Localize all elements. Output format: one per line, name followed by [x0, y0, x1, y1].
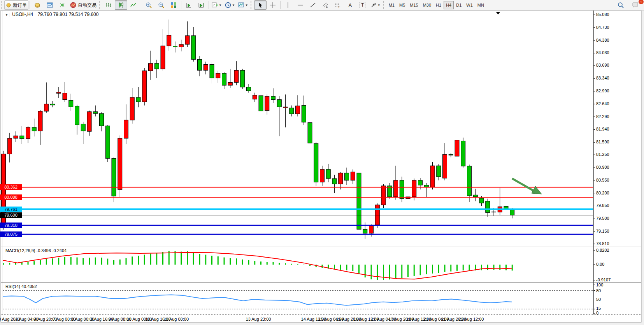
search-button[interactable]	[614, 0, 627, 10]
notification-badge: 1	[639, 0, 644, 4]
price-line-tag: 79.075	[0, 231, 22, 237]
crosshair-icon	[270, 2, 276, 8]
toolbar-separator	[280, 1, 281, 9]
main-toolbar: 新订单 自动交易	[0, 0, 644, 11]
rsi-axis-tick: 50	[596, 297, 601, 302]
equidistant-channel-button[interactable]: E	[319, 0, 332, 10]
bar-chart-button[interactable]	[102, 0, 115, 10]
cursor-button[interactable]	[254, 0, 267, 10]
text-label-button[interactable]: T	[356, 0, 369, 10]
chart-collapse-icon[interactable]: ▼	[4, 13, 9, 17]
auto-trading-icon	[70, 2, 76, 8]
toolbar-right-tools: 1	[614, 0, 642, 10]
horizontal-line-button[interactable]	[294, 0, 307, 10]
new-order-label: 新订单	[13, 2, 27, 9]
new-order-button[interactable]: 新订单	[4, 0, 28, 10]
price-axis-tick: 80.200	[596, 191, 609, 195]
dropdown-caret-icon: ▼	[232, 4, 235, 7]
templates-icon	[238, 2, 244, 8]
market-watch-button[interactable]	[31, 0, 44, 10]
notifications-button[interactable]: 1	[629, 0, 642, 10]
price-axis-tick: 81.940	[596, 127, 609, 131]
toolbar-separator	[181, 1, 181, 9]
price-line-tag: 79.318	[0, 223, 22, 228]
dropdown-caret-icon: ▼	[219, 4, 222, 7]
timeframe-button-h4[interactable]: H4	[444, 1, 454, 9]
price-line-tag: 79.600	[0, 212, 22, 218]
tile-windows-button[interactable]	[167, 0, 180, 10]
text-tool-button[interactable]: A	[344, 0, 356, 10]
timeframe-button-mn[interactable]: MN	[475, 1, 486, 9]
timeframe-button-h1[interactable]: H1	[433, 1, 444, 9]
arrows-button[interactable]: ▼	[369, 0, 382, 10]
price-axis-tick: 84.380	[596, 38, 609, 42]
chat-bubble-icon	[632, 2, 639, 8]
timeframe-button-m5[interactable]: M5	[397, 1, 407, 9]
vertical-line-button[interactable]	[282, 0, 294, 10]
price-axis-tick: 80.550	[596, 178, 609, 182]
timeframe-button-m15[interactable]: M15	[407, 1, 420, 9]
price-axis-tick: 82.640	[596, 101, 609, 106]
toolbar-separator	[209, 1, 209, 9]
bar-chart-icon	[105, 2, 112, 8]
macd-axis-tick: 0.8202	[596, 248, 609, 253]
chart-window-button[interactable]	[44, 0, 56, 10]
add-indicator-button[interactable]: ▼	[210, 0, 223, 10]
dropdown-caret-icon: ▼	[245, 4, 248, 7]
auto-scroll-button[interactable]	[182, 0, 195, 10]
toolbar-grip	[383, 1, 386, 9]
svg-text:E: E	[326, 5, 328, 8]
vertical-line-icon	[285, 2, 291, 8]
rsi-axis-tick: 100	[596, 283, 603, 287]
candlestick-button[interactable]	[115, 0, 127, 10]
periods-button[interactable]: ▼	[223, 0, 237, 10]
price-axis-tick: 81.250	[596, 152, 609, 157]
new-order-icon	[6, 2, 11, 8]
price-axis-tick: 80.900	[596, 165, 609, 170]
date-axis-label: 13 Aug 23:00	[246, 317, 271, 321]
chart-shift-icon	[198, 2, 204, 8]
price-axis-tick: 79.500	[596, 216, 609, 221]
timeframe-button-w1[interactable]: W1	[464, 1, 475, 9]
timeframe-button-d1[interactable]: D1	[454, 1, 464, 9]
equidistant-channel-icon: E	[322, 2, 328, 8]
text-label-icon: T	[360, 2, 365, 8]
chart-symbol-period: USOil-,H4	[12, 12, 33, 17]
rsi-indicator-label: RSI(14) 40.4352	[5, 284, 37, 289]
chart-area[interactable]: ▼ USOil-,H4 79.760 79.801 79.514 79.600 …	[0, 10, 644, 325]
add-indicator-icon	[212, 2, 218, 8]
chart-shift-button[interactable]	[195, 0, 207, 10]
signal-button[interactable]	[56, 0, 68, 10]
horizontal-line-icon	[297, 2, 304, 8]
chart-ohlc-values: 79.760 79.801 79.514 79.600	[38, 12, 99, 17]
zoom-in-icon	[146, 2, 152, 8]
zoom-in-button[interactable]	[142, 0, 155, 10]
toolbar-separator	[30, 1, 30, 9]
tile-windows-icon	[170, 2, 177, 8]
chart-title: ▼ USOil-,H4 79.760 79.801 79.514 79.600	[4, 12, 98, 17]
auto-trading-button[interactable]: 自动交易	[68, 0, 98, 10]
timeframe-group: M1M5M15M30H1H4D1W1MN	[386, 1, 486, 9]
templates-button[interactable]: ▼	[237, 0, 250, 10]
timeframe-button-m1[interactable]: M1	[386, 1, 397, 9]
text-tool-icon: A	[348, 2, 352, 8]
svg-text:F: F	[339, 5, 340, 8]
trendline-button[interactable]	[307, 0, 319, 10]
search-icon	[618, 2, 624, 9]
price-axis-tick: 85.080	[596, 12, 609, 17]
trendline-icon	[310, 2, 316, 8]
candlestick-icon	[118, 2, 124, 8]
auto-trading-label: 自动交易	[78, 2, 97, 9]
price-chart-canvas[interactable]	[0, 10, 644, 325]
zoom-out-icon	[158, 2, 164, 8]
date-axis-label: 11 Aug 08:00	[164, 317, 189, 321]
price-axis-tick: 83.340	[596, 76, 609, 80]
fibonacci-button[interactable]: F	[332, 0, 344, 10]
zoom-out-button[interactable]	[155, 0, 167, 10]
crosshair-button[interactable]	[267, 0, 279, 10]
rsi-axis-tick: 15	[596, 306, 601, 311]
timeframe-button-m30[interactable]: M30	[421, 1, 433, 9]
line-chart-button[interactable]	[127, 0, 140, 10]
market-watch-icon	[34, 2, 40, 8]
line-chart-icon	[130, 2, 137, 8]
